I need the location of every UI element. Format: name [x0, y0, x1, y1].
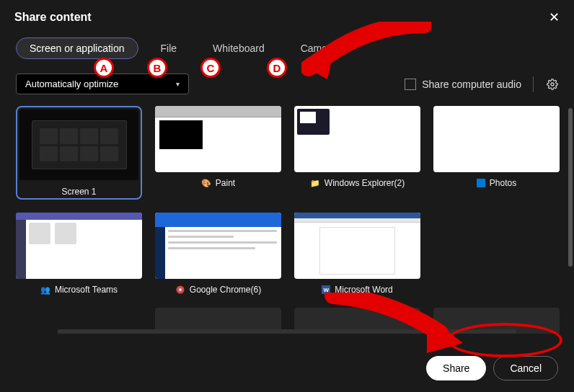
scrollbar[interactable] — [568, 108, 573, 346]
photos-app-icon — [477, 179, 485, 187]
share-content-dialog: Share content ✕ Screen or application Fi… — [0, 0, 574, 392]
tile-label-screen-1: Screen 1 — [61, 187, 96, 197]
svg-marker-5 — [427, 316, 463, 353]
annotation-badge-b: B — [147, 58, 167, 78]
share-audio-checkbox[interactable]: Share computer audio — [405, 79, 521, 90]
tile-microsoft-teams[interactable]: 👥 Microsoft Teams — [16, 213, 142, 295]
checkbox-box-icon — [405, 79, 416, 90]
tile-microsoft-word[interactable]: W Microsoft Word — [294, 213, 420, 295]
chrome-app-icon — [175, 285, 185, 295]
tile-label-chrome: Google Chrome(6) — [175, 285, 261, 295]
thumb-paint — [155, 106, 281, 172]
folder-icon: 📁 — [310, 178, 320, 188]
share-button[interactable]: Share — [426, 356, 486, 380]
tile-label-paint: 🎨 Paint — [201, 178, 235, 188]
annotation-badge-a: A — [94, 58, 114, 78]
close-button[interactable]: ✕ — [545, 9, 562, 26]
annotation-badge-d: D — [267, 58, 287, 78]
thumb-screen-1 — [19, 109, 139, 181]
content-area[interactable]: Screen 1 🎨 Paint 📁 — [0, 103, 574, 334]
settings-button[interactable] — [545, 77, 560, 92]
tab-whiteboard[interactable]: Whiteboard — [199, 37, 278, 59]
share-audio-label: Share computer audio — [422, 79, 521, 90]
teams-app-icon: 👥 — [40, 285, 50, 295]
thumb-chrome — [155, 213, 281, 279]
tab-screen-or-application[interactable]: Screen or application — [16, 37, 138, 59]
svg-point-0 — [551, 83, 554, 86]
divider — [533, 76, 534, 92]
svg-point-3 — [179, 288, 182, 291]
thumb-photos — [433, 106, 560, 172]
chevron-down-icon: ▾ — [176, 80, 180, 88]
tile-paint[interactable]: 🎨 Paint — [155, 106, 281, 200]
tile-photos[interactable]: Photos — [433, 106, 560, 200]
tabs-row: Screen or application File Whiteboard Ca… — [0, 32, 574, 69]
annotation-arrow-bottom — [324, 293, 469, 357]
close-icon: ✕ — [549, 9, 560, 25]
tile-label-photos: Photos — [477, 178, 516, 188]
paint-app-icon: 🎨 — [201, 178, 211, 188]
gear-icon — [547, 79, 558, 90]
dialog-header: Share content ✕ — [0, 0, 574, 32]
share-grid: Screen 1 🎨 Paint 📁 — [16, 106, 560, 334]
annotation-arrow-top — [301, 22, 431, 79]
thumb-word — [294, 213, 420, 279]
annotation-badge-c: C — [200, 58, 221, 78]
thumb-explorer — [294, 106, 420, 172]
tile-google-chrome[interactable]: Google Chrome(6) — [155, 213, 281, 295]
cancel-button[interactable]: Cancel — [493, 356, 558, 380]
thumb-teams — [16, 213, 142, 279]
options-row: Automatically optimize ▾ Share computer … — [0, 69, 574, 103]
dialog-title: Share content — [14, 11, 92, 24]
tile-label-explorer: 📁 Windows Explorer(2) — [310, 178, 405, 188]
tab-file[interactable]: File — [147, 37, 191, 59]
tile-windows-explorer[interactable]: 📁 Windows Explorer(2) — [294, 106, 420, 200]
dropdown-value: Automatically optimize — [25, 79, 118, 89]
scrollbar-thumb[interactable] — [568, 108, 573, 267]
tile-screen-1[interactable]: Screen 1 — [16, 106, 142, 200]
footer: Share Cancel — [426, 356, 558, 380]
tile-label-teams: 👥 Microsoft Teams — [40, 285, 118, 295]
